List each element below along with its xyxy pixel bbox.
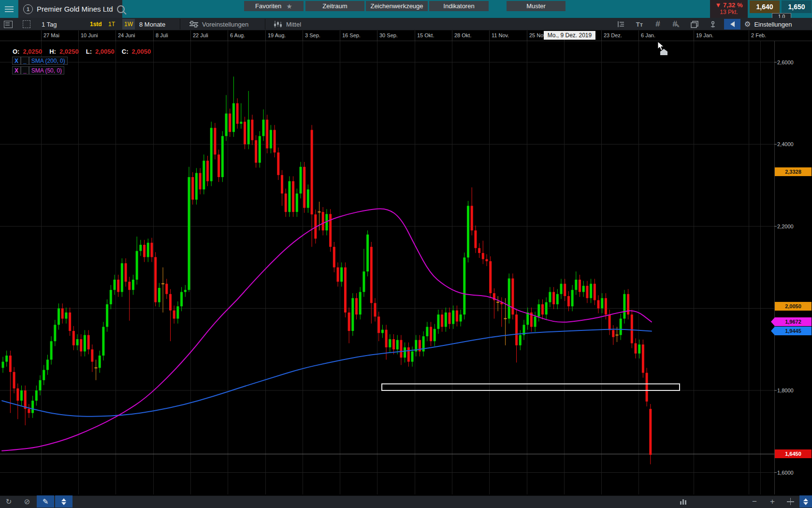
candle-body[interactable] bbox=[210, 128, 213, 181]
candle-body[interactable] bbox=[128, 282, 130, 290]
candle-body[interactable] bbox=[646, 373, 648, 402]
sma50-minimize-button[interactable]: _ bbox=[21, 66, 29, 75]
candle-body[interactable] bbox=[188, 177, 190, 290]
candle-body[interactable] bbox=[154, 257, 157, 302]
anchor-button[interactable] bbox=[706, 19, 720, 30]
candle-body[interactable] bbox=[601, 298, 603, 308]
candle-body[interactable] bbox=[631, 314, 633, 343]
candle-body[interactable] bbox=[582, 286, 585, 292]
candle-body[interactable] bbox=[649, 409, 652, 455]
zoom-in-button[interactable]: + bbox=[764, 495, 781, 508]
candle-body[interactable] bbox=[623, 294, 625, 319]
candle-body[interactable] bbox=[526, 313, 529, 325]
candle-body[interactable] bbox=[195, 173, 198, 200]
candle-body[interactable] bbox=[20, 390, 23, 401]
candle-body[interactable] bbox=[322, 212, 324, 230]
candle-body[interactable] bbox=[16, 388, 19, 401]
range-dropdown[interactable]: 8 Monate bbox=[139, 19, 165, 30]
candle-body[interactable] bbox=[251, 120, 253, 140]
sma50-remove-button[interactable]: X bbox=[12, 66, 21, 75]
candle-body[interactable] bbox=[206, 161, 209, 181]
candle-body[interactable] bbox=[147, 243, 149, 257]
candle-body[interactable] bbox=[351, 298, 354, 331]
candle-body[interactable] bbox=[482, 253, 484, 259]
sma50-line[interactable] bbox=[2, 209, 652, 450]
crosshair-button[interactable] bbox=[782, 495, 799, 508]
ask-button[interactable]: 1,650 bbox=[782, 0, 812, 13]
mean-button[interactable]: Mittel bbox=[274, 19, 301, 30]
candle-body[interactable] bbox=[620, 319, 622, 335]
candle-body[interactable] bbox=[355, 298, 358, 314]
candle-body[interactable] bbox=[285, 194, 287, 212]
candle-body[interactable] bbox=[489, 261, 492, 293]
candle-body[interactable] bbox=[65, 313, 67, 319]
candle-body[interactable] bbox=[392, 339, 395, 349]
zoom-out-button[interactable]: − bbox=[746, 495, 763, 508]
candle-body[interactable] bbox=[158, 288, 160, 302]
candle-body[interactable] bbox=[445, 313, 447, 327]
candle-body[interactable] bbox=[374, 303, 377, 316]
candle-body[interactable] bbox=[143, 245, 145, 257]
watchlist-button[interactable] bbox=[1, 19, 15, 30]
candle-body[interactable] bbox=[247, 120, 250, 144]
candle-body[interactable] bbox=[28, 409, 30, 413]
candle-body[interactable] bbox=[255, 140, 257, 163]
candle-body[interactable] bbox=[545, 302, 548, 314]
tf-1std-button[interactable]: 1std bbox=[90, 19, 102, 30]
candle-body[interactable] bbox=[329, 214, 332, 247]
candle-body[interactable] bbox=[180, 292, 183, 306]
candle-body[interactable] bbox=[385, 329, 388, 347]
candle-body[interactable] bbox=[344, 268, 347, 313]
candle-body[interactable] bbox=[333, 247, 335, 267]
candle-body[interactable] bbox=[449, 313, 451, 324]
candle-body[interactable] bbox=[508, 278, 510, 318]
candle-body[interactable] bbox=[467, 206, 469, 257]
candle-body[interactable] bbox=[99, 356, 101, 368]
candle-body[interactable] bbox=[511, 278, 514, 314]
candle-body[interactable] bbox=[43, 370, 45, 380]
candle-body[interactable] bbox=[303, 167, 305, 208]
candle-body[interactable] bbox=[136, 251, 138, 280]
candle-body[interactable] bbox=[474, 230, 477, 248]
candle-body[interactable] bbox=[125, 263, 127, 282]
candle-body[interactable] bbox=[87, 335, 90, 350]
candle-body[interactable] bbox=[359, 292, 362, 314]
candle-body[interactable] bbox=[370, 247, 373, 303]
candle-body[interactable] bbox=[430, 327, 432, 342]
candle-body[interactable] bbox=[377, 316, 380, 333]
candle-body[interactable] bbox=[203, 161, 205, 189]
candle-body[interactable] bbox=[114, 280, 116, 290]
candle-body[interactable] bbox=[300, 167, 302, 194]
candle-body[interactable] bbox=[642, 344, 644, 373]
tf-1t-button[interactable]: 1T bbox=[108, 19, 115, 30]
candle-body[interactable] bbox=[541, 304, 544, 314]
candle-body[interactable] bbox=[552, 292, 555, 304]
candle-body[interactable] bbox=[169, 294, 172, 311]
candle-body[interactable] bbox=[80, 339, 82, 351]
period-button[interactable]: Zeitraum bbox=[305, 1, 364, 11]
candle-body[interactable] bbox=[400, 340, 402, 358]
candle-body[interactable] bbox=[478, 248, 480, 253]
candle-body[interactable] bbox=[404, 347, 406, 358]
collapse-panel-button[interactable] bbox=[724, 19, 740, 30]
layers-button[interactable] bbox=[687, 19, 702, 30]
symbol-search[interactable]: 1 Premier Gold Mines Ltd bbox=[18, 0, 122, 18]
magnet-sort-button[interactable] bbox=[55, 495, 72, 508]
candle-body[interactable] bbox=[50, 341, 53, 359]
candle-body[interactable] bbox=[176, 306, 179, 318]
candle-body[interactable] bbox=[362, 271, 365, 292]
drawing-tools-button[interactable]: Zeichenwerkzeuge bbox=[366, 1, 428, 11]
axis-scale-button[interactable] bbox=[614, 19, 628, 30]
autoscale-button[interactable] bbox=[799, 495, 812, 508]
candle-body[interactable] bbox=[452, 311, 454, 324]
layout-button[interactable] bbox=[19, 19, 34, 30]
candle-body[interactable] bbox=[567, 296, 570, 306]
candle-body[interactable] bbox=[270, 130, 272, 149]
candle-body[interactable] bbox=[199, 173, 202, 190]
candle-body[interactable] bbox=[106, 304, 108, 327]
candle-body[interactable] bbox=[571, 290, 574, 306]
sma200-remove-button[interactable]: X bbox=[12, 57, 21, 65]
timeframe-dropdown[interactable]: 1 Tag bbox=[42, 19, 57, 30]
candle-body[interactable] bbox=[61, 308, 64, 318]
candle-body[interactable] bbox=[437, 314, 439, 329]
